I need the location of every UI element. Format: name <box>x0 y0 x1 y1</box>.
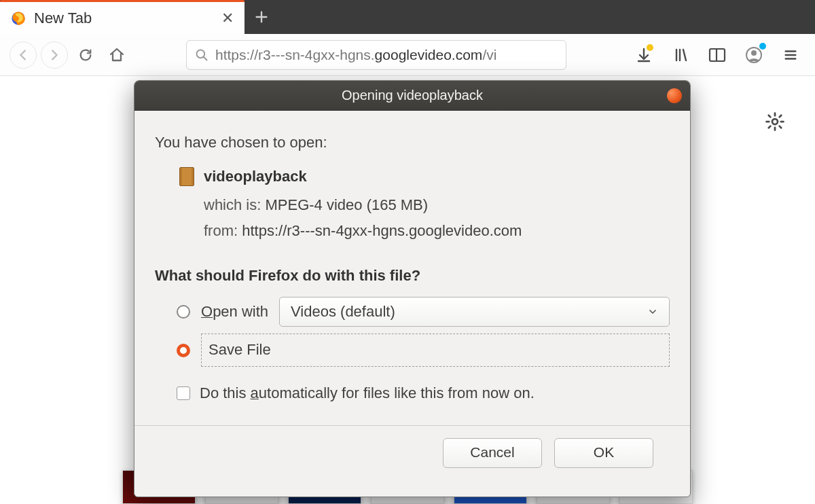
download-dialog: Opening videoplayback You have chosen to… <box>134 80 691 497</box>
save-file-radio[interactable] <box>177 344 190 357</box>
dialog-titlebar[interactable]: Opening videoplayback <box>134 81 690 111</box>
svg-point-5 <box>772 119 778 124</box>
forward-button[interactable] <box>41 41 68 69</box>
home-button[interactable] <box>103 41 130 69</box>
navigation-toolbar: https://r3---sn-4gxx-hgns.googlevideo.co… <box>0 34 815 76</box>
open-with-application-dropdown[interactable]: Videos (default) <box>279 297 670 327</box>
file-row: videoplayback <box>155 165 670 188</box>
remember-choice-label[interactable]: Do this automatically for files like thi… <box>200 382 535 405</box>
reload-button[interactable] <box>72 41 99 69</box>
search-icon <box>195 48 209 62</box>
cancel-button[interactable]: Cancel <box>443 438 542 468</box>
downloads-icon[interactable] <box>633 44 655 66</box>
firefox-icon <box>11 11 26 26</box>
save-file-label: Save File <box>209 341 271 358</box>
ok-button[interactable]: OK <box>554 438 653 468</box>
downloads-indicator-dot <box>647 44 653 51</box>
library-icon[interactable] <box>670 44 691 66</box>
account-icon[interactable] <box>743 44 765 66</box>
file-source-row: from: https://r3---sn-4gxx-hgns.googlevi… <box>155 219 670 242</box>
open-with-label[interactable]: Open with <box>201 300 268 323</box>
which-is-value: MPEG-4 video (165 MB) <box>265 196 428 213</box>
from-label: from: <box>204 222 238 239</box>
url-bar[interactable]: https://r3---sn-4gxx-hgns.googlevideo.co… <box>186 40 566 70</box>
open-with-option: Open with Videos (default) <box>155 297 670 327</box>
browser-tab[interactable]: New Tab ✕ <box>0 0 244 34</box>
toolbar-actions <box>633 44 805 66</box>
tab-strip: New Tab ✕ <box>0 0 815 34</box>
open-with-radio[interactable] <box>177 305 190 319</box>
dialog-title: Opening videoplayback <box>342 88 483 103</box>
menu-icon[interactable] <box>780 44 801 66</box>
open-with-selected-app: Videos (default) <box>291 300 395 323</box>
dialog-close-button[interactable] <box>667 88 682 103</box>
url-text: https://r3---sn-4gxx-hgns.googlevideo.co… <box>215 47 558 63</box>
dialog-intro-text: You have chosen to open: <box>155 131 670 154</box>
gear-icon[interactable] <box>765 111 785 132</box>
file-type-row: which is: MPEG-4 video (165 MB) <box>155 194 670 217</box>
back-button[interactable] <box>10 41 37 69</box>
from-value: https://r3---sn-4gxx-hgns.googlevideo.co… <box>242 222 522 239</box>
remember-choice-checkbox[interactable] <box>177 386 190 400</box>
dialog-body: You have chosen to open: videoplayback w… <box>134 111 690 497</box>
save-file-option: Save File <box>155 334 670 366</box>
account-notification-dot <box>759 43 766 50</box>
which-is-label: which is: <box>204 196 261 213</box>
chevron-down-icon <box>647 306 658 317</box>
action-question: What should Firefox do with this file? <box>155 264 670 287</box>
tab-title: New Tab <box>34 10 213 27</box>
film-icon <box>179 167 194 186</box>
save-file-box[interactable]: Save File <box>201 334 670 366</box>
dialog-button-row: Cancel OK <box>155 426 670 483</box>
tab-close-icon[interactable]: ✕ <box>221 10 234 27</box>
sidebar-icon[interactable] <box>706 44 728 66</box>
remember-choice-row: Do this automatically for files like thi… <box>155 382 670 405</box>
svg-point-4 <box>751 50 757 56</box>
new-tab-button[interactable] <box>244 0 278 34</box>
file-name: videoplayback <box>204 165 307 188</box>
